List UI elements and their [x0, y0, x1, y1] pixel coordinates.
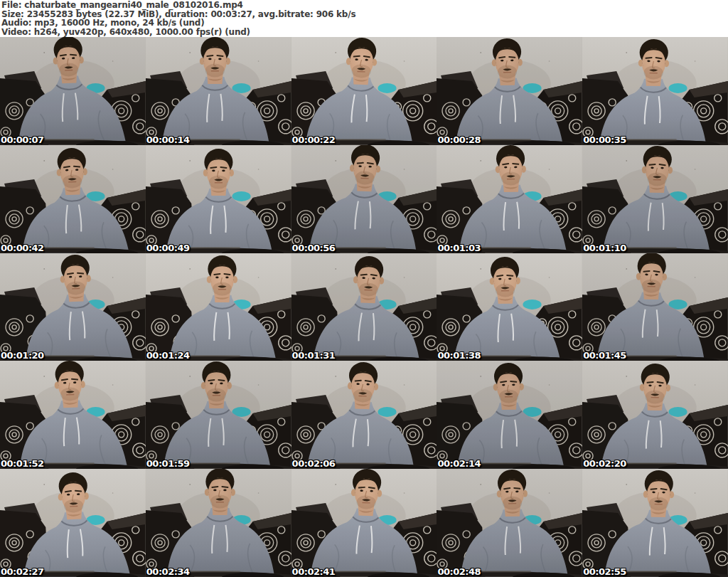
thumbnail-frame-image	[291, 37, 437, 145]
timestamp-overlay: 00:01:03	[437, 243, 481, 253]
timestamp-overlay: 00:00:35	[583, 134, 626, 145]
video-thumbnail: 00:00:56	[291, 145, 437, 253]
timestamp-overlay: 00:00:07	[1, 134, 44, 145]
thumbnail-frame-image	[291, 361, 437, 469]
thumbnail-frame-image	[582, 253, 728, 361]
video-thumbnail: 00:00:42	[0, 145, 146, 253]
timestamp-overlay: 00:02:20	[583, 458, 626, 469]
video-thumbnail: 00:01:31	[291, 253, 437, 361]
video-thumbnail: 00:01:10	[582, 145, 728, 253]
thumbnail-frame-image	[0, 37, 146, 145]
thumbnail-frame-image	[0, 469, 146, 577]
video-thumbnail: 00:02:27	[0, 469, 146, 577]
thumbnail-frame-image	[146, 253, 291, 361]
video-thumbnail: 00:01:59	[146, 361, 291, 469]
timestamp-overlay: 00:00:14	[146, 134, 190, 145]
thumbnail-frame-image	[291, 469, 437, 577]
thumbnail-frame-image	[582, 469, 728, 577]
timestamp-overlay: 00:00:56	[292, 243, 336, 253]
timestamp-overlay: 00:00:28	[437, 134, 481, 145]
timestamp-overlay: 00:02:48	[437, 566, 481, 577]
timestamp-overlay: 00:01:24	[146, 350, 190, 361]
thumbnail-frame-image	[0, 361, 146, 469]
thumbnail-frame-image	[437, 145, 582, 253]
thumbnail-grid: 00:00:07	[0, 37, 728, 577]
thumbnail-frame-image	[146, 145, 291, 253]
video-thumbnail: 00:02:55	[582, 469, 728, 577]
teal-cushion	[232, 191, 250, 201]
timestamp-overlay: 00:01:10	[583, 243, 626, 253]
thumbnail-frame-image	[146, 469, 291, 577]
timestamp-overlay: 00:00:42	[1, 243, 44, 253]
timestamp-overlay: 00:01:38	[437, 350, 481, 361]
thumbnail-frame-image	[0, 145, 146, 253]
teal-cushion	[378, 407, 396, 417]
video-contact-sheet: File: chaturbate_mangearni40_male_081020…	[0, 0, 728, 577]
timestamp-overlay: 00:01:31	[292, 350, 336, 361]
video-thumbnail: 00:02:48	[437, 469, 582, 577]
video-thumbnail: 00:02:06	[291, 361, 437, 469]
video-thumbnail: 00:00:28	[437, 37, 582, 145]
timestamp-overlay: 00:01:20	[1, 350, 44, 361]
thumbnail-frame-image	[437, 469, 582, 577]
file-info-header: File: chaturbate_mangearni40_male_081020…	[0, 0, 728, 37]
teal-cushion	[669, 83, 687, 93]
video-thumbnail: 00:00:49	[146, 145, 291, 253]
video-thumbnail: 00:00:07	[0, 37, 146, 145]
timestamp-overlay: 00:01:59	[146, 458, 190, 469]
video-thumbnail: 00:01:38	[437, 253, 582, 361]
timestamp-overlay: 00:02:55	[583, 566, 626, 577]
video-thumbnail: 00:01:24	[146, 253, 291, 361]
video-thumbnail: 00:02:41	[291, 469, 437, 577]
thumbnail-frame-image	[146, 361, 291, 469]
video-thumbnail: 00:01:45	[582, 253, 728, 361]
timestamp-overlay: 00:01:52	[1, 458, 44, 469]
teal-cushion	[523, 300, 542, 309]
thumbnail-frame-image	[291, 145, 437, 253]
thumbnail-frame-image	[0, 253, 146, 361]
timestamp-overlay: 00:02:34	[146, 566, 190, 577]
timestamp-overlay: 00:02:27	[1, 566, 44, 577]
teal-cushion	[669, 407, 687, 417]
video-thumbnail: 00:01:03	[437, 145, 582, 253]
thumbnail-frame-image	[146, 37, 291, 145]
thumbnail-frame-image	[582, 361, 728, 469]
video-thumbnail: 00:02:34	[146, 469, 291, 577]
video-thumbnail: 00:01:52	[0, 361, 146, 469]
timestamp-overlay: 00:02:41	[292, 566, 336, 577]
thumbnail-frame-image	[437, 253, 582, 361]
video-thumbnail: 00:02:14	[437, 361, 582, 469]
timestamp-overlay: 00:02:14	[437, 458, 481, 469]
timestamp-overlay: 00:00:49	[146, 243, 190, 253]
metadata-line-video: Video: h264, yuv420p, 640x480, 1000.00 f…	[1, 28, 728, 37]
video-thumbnail: 00:00:35	[582, 37, 728, 145]
timestamp-overlay: 00:00:22	[292, 134, 336, 145]
thumbnail-frame-image	[291, 253, 437, 361]
video-thumbnail: 00:00:22	[291, 37, 437, 145]
thumbnail-frame-image	[582, 37, 728, 145]
video-thumbnail: 00:01:20	[0, 253, 146, 361]
thumbnail-frame-image	[437, 361, 582, 469]
video-thumbnail: 00:02:20	[582, 361, 728, 469]
teal-cushion	[378, 83, 396, 93]
metadata-line-file: File: chaturbate_mangearni40_male_081020…	[1, 1, 728, 10]
video-thumbnail: 00:00:14	[146, 37, 291, 145]
timestamp-overlay: 00:02:06	[292, 458, 336, 469]
thumbnail-frame-image	[437, 37, 582, 145]
thumbnail-frame-image	[582, 145, 728, 253]
metadata-line-audio: Audio: mp3, 16000 Hz, mono, 24 kb/s (und…	[1, 18, 728, 28]
timestamp-overlay: 00:01:45	[583, 350, 626, 361]
